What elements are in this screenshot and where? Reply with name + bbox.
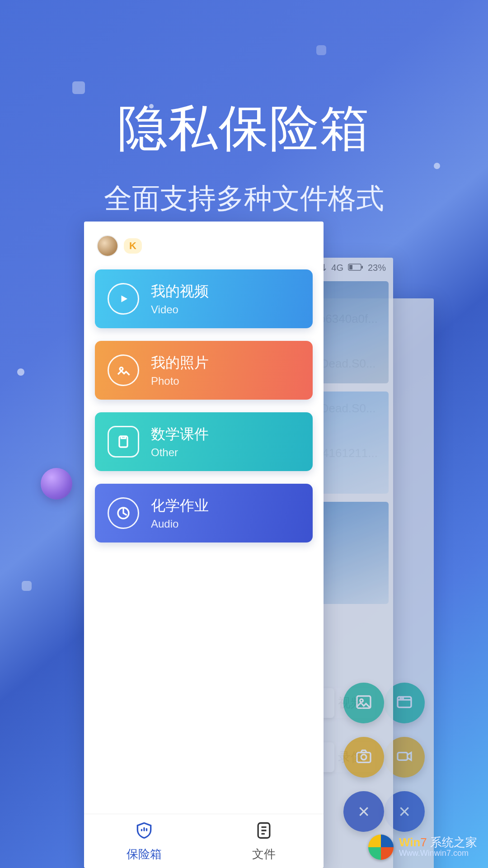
svg-rect-0 <box>398 697 411 707</box>
document-icon <box>108 426 139 458</box>
category-photo[interactable]: 我的照片Photo <box>95 341 313 400</box>
close-icon: × <box>399 800 410 823</box>
bg-decoration <box>17 368 24 376</box>
screenshot-front: K 我的视频Video 我的照片Photo 数学课件Other 化学作业Audi… <box>84 222 324 868</box>
category-other[interactable]: 数学课件Other <box>95 412 313 471</box>
avatar[interactable] <box>97 235 118 257</box>
file-icon <box>254 821 274 844</box>
category-sub: Photo <box>151 375 209 387</box>
network-label: 4G <box>331 263 343 273</box>
svg-point-2 <box>403 698 404 699</box>
battery-icon <box>348 263 363 273</box>
hero-title: 隐私保险箱 <box>0 95 488 162</box>
camcorder-icon <box>395 747 413 767</box>
watermark-url: Www.Winwin7.com <box>399 849 477 858</box>
watermark-brand: 7 <box>420 835 427 849</box>
profile-row: K <box>84 222 324 265</box>
svg-rect-7 <box>357 696 371 708</box>
close-icon: × <box>358 800 370 823</box>
gallery-icon <box>355 693 373 713</box>
watermark: Win7 系统之家 Www.Winwin7.com <box>368 835 477 860</box>
image-icon <box>108 354 139 386</box>
svg-rect-4 <box>348 264 361 270</box>
svg-point-8 <box>360 699 363 702</box>
svg-rect-9 <box>357 753 371 763</box>
tab-label: 文件 <box>252 846 276 862</box>
watermark-name: 系统之家 <box>430 835 477 849</box>
svg-point-10 <box>361 755 366 760</box>
category-title: 我的视频 <box>151 282 209 302</box>
category-sub: Other <box>151 446 209 459</box>
bg-decoration <box>72 81 85 94</box>
category-audio[interactable]: 化学作业Audio <box>95 484 313 542</box>
category-title: 化学作业 <box>151 496 209 516</box>
svg-rect-5 <box>361 266 363 269</box>
category-title: 我的照片 <box>151 353 209 373</box>
category-title: 数学课件 <box>151 425 209 444</box>
video-icon <box>395 693 413 713</box>
category-sub: Video <box>151 303 209 316</box>
svg-rect-6 <box>349 265 352 269</box>
fab-camera-button[interactable] <box>343 737 384 778</box>
tab-vault[interactable]: 保险箱 <box>84 814 204 868</box>
bg-decoration <box>41 468 72 500</box>
tab-files[interactable]: 文件 <box>204 814 324 868</box>
category-list: 我的视频Video 我的照片Photo 数学课件Other 化学作业Audio <box>84 265 324 547</box>
category-sub: Audio <box>151 518 209 530</box>
play-icon <box>108 283 139 315</box>
hero: 隐私保险箱 全面支持多种文件格式 <box>0 95 488 217</box>
tab-label: 保险箱 <box>127 846 162 862</box>
bg-decoration <box>22 581 32 591</box>
svg-rect-3 <box>398 753 408 760</box>
fab-close-button[interactable]: × <box>343 791 384 832</box>
watermark-brand: Win <box>399 835 420 849</box>
shield-icon <box>134 821 154 844</box>
svg-point-1 <box>400 698 401 699</box>
bg-decoration <box>316 45 326 55</box>
fab-gallery-button[interactable] <box>343 683 384 723</box>
camera-icon <box>355 747 373 767</box>
audio-icon <box>108 497 139 529</box>
battery-label: 23% <box>368 263 386 273</box>
hero-subtitle: 全面支持多种文件格式 <box>0 179 488 217</box>
bottom-tabs: 保险箱 文件 <box>84 814 324 868</box>
category-video[interactable]: 我的视频Video <box>95 269 313 328</box>
watermark-logo-icon <box>368 835 394 860</box>
vip-badge: K <box>124 238 142 254</box>
